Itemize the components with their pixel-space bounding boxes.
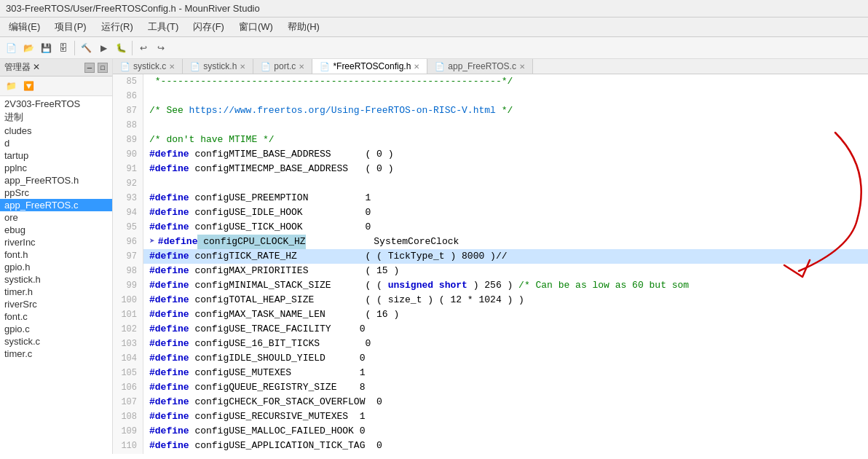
code-line-104: #define configIDLE_SHOULD_YIELD 0 [143,351,868,366]
title-bar: 303-FreeRTOS/User/FreeRTOSConfig.h - Mou… [0,0,868,17]
tabs-bar: 📄 systick.c ✕ 📄 systick.h ✕ 📄 port.c ✕ 📄… [113,59,868,74]
ln-108: 108 [116,409,137,424]
ln-101: 101 [116,307,137,322]
menu-tools[interactable]: 工具(T) [142,19,185,35]
code-line-88 [143,118,868,133]
toolbar-open[interactable]: 📂 [20,40,36,56]
sidebar: 管理器 ✕ ─ □ 📁 🔽 2V303-FreeRTOS 进制 cludes d… [0,59,113,454]
ln-88: 88 [116,118,137,133]
tab-systick-c[interactable]: 📄 systick.c ✕ [113,59,183,74]
sidebar-item-gpio-c[interactable]: gpio.c [0,323,112,335]
toolbar: 📄 📂 💾 🗄 🔨 ▶ 🐛 ↩ ↪ [0,37,868,59]
ln-98: 98 [116,264,137,278]
toolbar-build[interactable]: 🔨 [78,40,94,56]
sidebar-item-ore[interactable]: ore [0,211,112,224]
menu-help[interactable]: 帮助(H) [282,19,326,35]
sidebar-item-4[interactable]: tartup [0,149,112,162]
main-layout: 管理器 ✕ ─ □ 📁 🔽 2V303-FreeRTOS 进制 cludes d… [0,59,868,454]
sidebar-item-0[interactable]: 2V303-FreeRTOS [0,98,112,110]
toolbar-undo[interactable]: ↩ [135,40,151,56]
ln-89: 89 [116,133,137,147]
tab-close-freertos-config[interactable]: ✕ [414,63,419,71]
sidebar-item-7[interactable]: ppSrc [0,187,112,199]
sidebar-item-font-c[interactable]: font.c [0,310,112,323]
ln-106: 106 [116,380,137,395]
menu-edit[interactable]: 编辑(E) [3,19,46,35]
sidebar-item-timer-c[interactable]: timer.c [0,348,112,360]
code-line-94: #define configUSE_IDLE_HOOK 0 [143,205,868,220]
ln-86: 86 [116,89,137,103]
code-area[interactable]: 85 86 87 88 89 90 91 92 93 94 95 96 97 9… [113,74,868,454]
tab-systick-h[interactable]: 📄 systick.h ✕ [183,59,253,74]
sidebar-item-riverinc[interactable]: riverInc [0,236,112,248]
arrow-left-marker: ➤ [149,235,155,249]
code-lines[interactable]: *---------------------------------------… [143,74,868,454]
ln-104: 104 [116,351,137,366]
code-line-96: ➤ #define configCPU_CLOCK_HZ SystemCoreC… [143,235,868,249]
toolbar-new[interactable]: 📄 [3,40,19,56]
sidebar-item-2[interactable]: cludes [0,125,112,137]
menu-run[interactable]: 运行(R) [95,19,139,35]
ln-92: 92 [116,176,137,191]
sidebar-item-riversrc[interactable]: riverSrc [0,298,112,310]
ln-93: 93 [116,191,137,205]
code-line-89: /* don't have MTIME */ [143,133,868,147]
menu-flash[interactable]: 闪存(F) [187,19,230,35]
toolbar-run[interactable]: ▶ [95,40,111,56]
code-line-98: #define configMAX_PRIORITIES ( 15 ) [143,264,868,278]
tab-label-systick-h: systick.h [203,61,237,71]
code-line-90: #define configMTIME_BASE_ADDRESS ( 0 ) [143,147,868,162]
ln-87: 87 [116,103,137,118]
toolbar-save-all[interactable]: 🗄 [55,40,71,56]
sidebar-minimize[interactable]: ─ [84,63,95,73]
toolbar-save[interactable]: 💾 [38,40,54,56]
ln-97: 97 [116,249,137,264]
ln-102: 102 [116,322,137,337]
ln-109: 109 [116,424,137,439]
tab-close-app-freertos[interactable]: ✕ [519,63,525,71]
code-line-101: #define configMAX_TASK_NAME_LEN ( 16 ) [143,307,868,322]
menu-project[interactable]: 项目(P) [49,19,92,35]
code-line-100: #define configTOTAL_HEAP_SIZE ( ( size_t… [143,293,868,307]
tab-close-systick-c[interactable]: ✕ [169,63,175,71]
tab-app-freertos[interactable]: 📄 app_FreeRTOS.c ✕ [427,59,533,74]
sidebar-title: 管理器 ✕ [4,61,40,74]
code-line-99: #define configMINIMAL_STACK_SIZE ( ( uns… [143,278,868,293]
sidebar-item-8[interactable]: app_FreeRTOS.c [0,199,112,211]
sidebar-toolbar-btn2[interactable]: 🔽 [20,78,36,94]
menu-window[interactable]: 窗口(W) [233,19,279,35]
sidebar-item-timer-h[interactable]: timer.h [0,286,112,298]
tab-icon-systick-c: 📄 [120,62,130,71]
sidebar-item-1[interactable]: 进制 [0,110,112,125]
sidebar-item-5[interactable]: pplnc [0,162,112,174]
ln-103: 103 [116,337,137,351]
ln-85: 85 [116,74,137,89]
tab-close-port-c[interactable]: ✕ [299,63,304,71]
code-line-87: /* See https://www.freertos.org/Using-Fr… [143,103,868,118]
ln-110: 110 [116,439,137,453]
tab-port-c[interactable]: 📄 port.c ✕ [253,59,312,74]
sidebar-item-3[interactable]: d [0,137,112,149]
tab-label-systick-c: systick.c [133,61,166,71]
tab-icon-port-c: 📄 [261,62,271,71]
sidebar-item-systick-h[interactable]: systick.h [0,273,112,286]
sidebar-toolbar-btn1[interactable]: 📁 [3,78,19,94]
sidebar-maximize[interactable]: □ [98,63,108,73]
toolbar-redo[interactable]: ↪ [153,40,169,56]
tab-icon-freertos-config: 📄 [320,62,330,71]
code-line-107: #define configCHECK_FOR_STACK_OVERFLOW 0 [143,395,868,409]
ln-95: 95 [116,220,137,235]
sidebar-item-debug[interactable]: ebug [0,224,112,236]
sidebar-item-6[interactable]: app_FreeRTOS.h [0,174,112,187]
code-line-102: #define configUSE_TRACE_FACILITY 0 [143,322,868,337]
sidebar-content: 2V303-FreeRTOS 进制 cludes d tartup pplnc … [0,96,112,454]
line-numbers: 85 86 87 88 89 90 91 92 93 94 95 96 97 9… [113,74,143,454]
tab-close-systick-h[interactable]: ✕ [240,63,245,71]
toolbar-debug[interactable]: 🐛 [113,40,129,56]
tab-freertos-config[interactable]: 📄 *FreeRTOSConfig.h ✕ [312,59,427,74]
sidebar-item-gpio-h[interactable]: gpio.h [0,261,112,273]
sidebar-item-systick-c[interactable]: systick.c [0,335,112,348]
tab-icon-systick-h: 📄 [190,62,200,71]
tab-label-freertos-config: *FreeRTOSConfig.h [333,61,411,71]
sidebar-item-font-h[interactable]: font.h [0,248,112,261]
